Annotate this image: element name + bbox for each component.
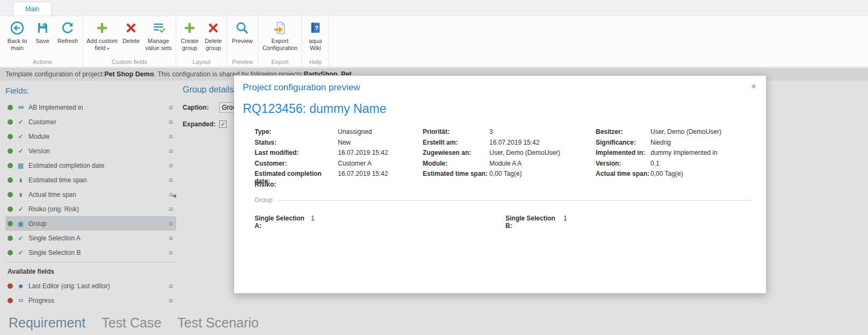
button-label: Refresh xyxy=(57,38,78,45)
dropdown-arrow-icon: ▾ xyxy=(107,46,110,51)
field-value xyxy=(338,181,423,191)
field-label: Significance: xyxy=(596,139,650,149)
field-column-3: Besitzer:User, Demo (DemoUser) Significa… xyxy=(596,128,751,191)
field-label: Type: xyxy=(255,128,338,139)
wiki-icon: ? xyxy=(308,19,322,37)
group-section-fields: Single Selection A: 1 Single Selection B… xyxy=(255,215,751,230)
field-value: 16.07.2019 15:42 xyxy=(338,149,423,160)
create-group-button[interactable]: Create group xyxy=(178,17,201,52)
field-value: Niedrig xyxy=(650,139,751,149)
field-label: Zugewiesen an: xyxy=(423,149,489,160)
button-label: Create group xyxy=(179,38,200,51)
back-icon xyxy=(10,19,25,37)
dialog-title: Project configuration preview xyxy=(243,82,360,93)
ribbon-toolbar: Back to main Save Refresh Actions xyxy=(0,16,868,67)
ribbon-group-custom-fields: Add custom field ▾ Delete Manage value s… xyxy=(83,16,176,67)
field-label: Risiko: xyxy=(255,181,338,191)
save-icon xyxy=(35,19,49,37)
add-custom-field-button[interactable]: Add custom field ▾ xyxy=(85,17,119,52)
button-label: Save xyxy=(35,38,49,45)
field-value: 1 xyxy=(311,215,315,230)
ribbon-group-actions: Back to main Save Refresh Actions xyxy=(2,16,83,67)
ribbon-group-export: Export Configuration Export xyxy=(258,16,302,67)
field-label: Priorität: xyxy=(423,128,489,139)
field-label: Actual time span: xyxy=(596,170,650,181)
field-value: Module A A xyxy=(489,160,596,170)
button-label: Delete group xyxy=(202,38,224,51)
field-label: Estimated time span: xyxy=(423,170,489,181)
ribbon-group-help: ? aqua Wiki Help xyxy=(302,16,329,67)
delete-x-icon xyxy=(206,19,220,37)
button-label: aqua Wiki xyxy=(305,38,326,51)
field-value: Customer A xyxy=(338,160,423,170)
delete-x-icon xyxy=(124,19,138,37)
button-label: Delete xyxy=(122,38,140,45)
field-label: Implemented in: xyxy=(596,149,650,160)
field-value: User, Demo (DemoUser) xyxy=(489,149,596,160)
field-value: User, Demo (DemoUser) xyxy=(650,128,751,139)
value-sets-icon xyxy=(151,19,166,37)
field-column-2: Priorität:3 Erstellt am:16.07.2019 15:42… xyxy=(423,128,596,191)
field-label: Single Selection A: xyxy=(255,215,311,230)
save-button[interactable]: Save xyxy=(31,17,54,46)
field-label: Besitzer: xyxy=(596,128,650,139)
refresh-icon xyxy=(60,19,75,37)
tab-main[interactable]: Main xyxy=(13,2,52,16)
field-label: Estimated completion date: xyxy=(255,170,338,181)
magnifier-icon xyxy=(235,19,250,37)
field-label: Status: xyxy=(255,139,338,149)
ribbon-group-layout: Create group Delete group Layout xyxy=(176,16,227,67)
field-label: Single Selection B: xyxy=(505,215,563,230)
field-label: Module: xyxy=(423,160,489,170)
button-label: Preview xyxy=(232,38,252,45)
group-section-header: Group xyxy=(255,196,751,204)
preview-dialog: Project configuration preview × RQ123456… xyxy=(234,75,766,294)
button-label: Back to main xyxy=(5,38,30,51)
field-value: 16.07.2019 15:42 xyxy=(489,139,596,149)
plus-icon xyxy=(95,19,109,37)
delete-field-button[interactable]: Delete xyxy=(119,17,143,46)
group-section-title: Group xyxy=(255,196,272,204)
refresh-button[interactable]: Refresh xyxy=(54,17,81,46)
field-label: Last modified: xyxy=(255,149,338,160)
field-value: 16.07.2019 15:42 xyxy=(338,170,423,181)
button-label: Manage value sets xyxy=(144,38,173,51)
field-value: 0,00 Tag(e) xyxy=(650,170,751,181)
delete-group-button[interactable]: Delete group xyxy=(201,17,225,52)
field-value: New xyxy=(338,139,423,149)
field-value: 1 xyxy=(563,215,567,230)
ribbon-group-label: Help xyxy=(303,58,327,67)
section-divider xyxy=(278,200,751,201)
ribbon-group-label: Actions xyxy=(4,58,81,67)
preview-field-grid: Type:Unassigned Status:New Last modified… xyxy=(255,128,751,191)
field-column-1: Type:Unassigned Status:New Last modified… xyxy=(255,128,423,191)
export-configuration-button[interactable]: Export Configuration xyxy=(260,17,300,52)
svg-text:?: ? xyxy=(315,25,319,31)
button-label: Add custom field ▾ xyxy=(86,38,118,51)
field-value: dummy Implemented in xyxy=(650,149,751,160)
ribbon-group-label: Export xyxy=(260,58,300,67)
plus-icon xyxy=(183,19,197,37)
close-icon[interactable]: × xyxy=(748,80,760,93)
field-value: 3 xyxy=(489,128,596,139)
requirement-heading: RQ123456: dummy Name xyxy=(243,102,386,116)
ribbon-group-label: Layout xyxy=(178,58,225,67)
ribbon-group-label: Custom fields xyxy=(85,58,174,67)
back-to-main-button[interactable]: Back to main xyxy=(4,17,31,52)
field-label: Erstellt am: xyxy=(423,139,489,149)
ribbon-group-preview: Preview Preview xyxy=(227,16,258,67)
group-field: Single Selection A: 1 xyxy=(255,215,505,230)
ribbon-group-label: Preview xyxy=(229,58,256,67)
manage-value-sets-button[interactable]: Manage value sets xyxy=(143,17,174,52)
aqua-wiki-button[interactable]: ? aqua Wiki xyxy=(303,17,327,52)
field-label: Customer: xyxy=(255,160,338,170)
field-value: 0,00 Tag(e) xyxy=(489,170,596,181)
preview-button[interactable]: Preview xyxy=(229,17,256,46)
export-icon xyxy=(272,19,287,37)
button-label: Export Configuration xyxy=(261,38,299,51)
field-value: Unassigned xyxy=(338,128,423,139)
group-field: Single Selection B: 1 xyxy=(505,215,567,230)
field-label: Version: xyxy=(596,160,650,170)
field-value: 0.1 xyxy=(650,160,751,170)
ribbon-tab-strip: Main xyxy=(0,0,868,16)
